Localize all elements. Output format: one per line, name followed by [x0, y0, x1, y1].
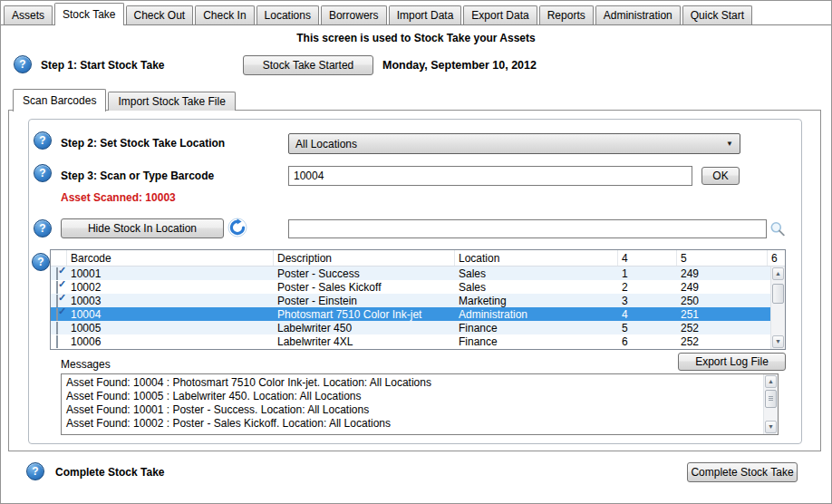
cell-c4: 3 — [618, 295, 677, 307]
scroll-down-icon[interactable]: ▼ — [772, 335, 784, 348]
ok-button[interactable]: OK — [701, 167, 740, 185]
asset-table: Barcode Description Location 4 5 6 ✓ 100… — [50, 249, 786, 350]
scroll-up-icon[interactable]: ▲ — [772, 267, 784, 280]
table-row[interactable]: ✓ 10006 Labelwriter 4XL Finance 6 252 — [51, 334, 770, 348]
stock-take-started-button[interactable]: Stock Take Started — [243, 55, 373, 75]
table-scrollbar[interactable]: ▲ ▼ — [770, 267, 785, 349]
help-icon-table[interactable]: ? — [32, 253, 50, 271]
stock-take-date: Monday, September 10, 2012 — [382, 59, 537, 72]
tab-export-data[interactable]: Export Data — [463, 5, 537, 24]
cell-c5: 252 — [677, 322, 768, 334]
col-5[interactable]: 5 — [677, 250, 768, 266]
cell-c5: 249 — [677, 267, 768, 280]
row-checkbox[interactable]: ✓ — [56, 335, 58, 348]
export-log-file-button[interactable]: Export Log File — [678, 353, 786, 371]
cell-location: Sales — [455, 281, 618, 294]
col-location[interactable]: Location — [455, 250, 618, 266]
tab-quick-start[interactable]: Quick Start — [682, 5, 752, 24]
main-tab-bar: Assets Stock Take Check Out Check In Loc… — [1, 1, 831, 25]
help-icon-step2[interactable]: ? — [34, 131, 52, 150]
tab-locations[interactable]: Locations — [256, 5, 319, 24]
help-icon-filter[interactable]: ? — [34, 219, 52, 237]
cell-barcode: 10005 — [67, 322, 274, 334]
col-barcode[interactable]: Barcode — [67, 250, 274, 266]
cell-barcode: 10003 — [67, 295, 274, 307]
asset-table-header: Barcode Description Location 4 5 6 — [51, 250, 785, 267]
tab-scan-barcodes[interactable]: Scan Barcodes — [13, 89, 106, 111]
step2-label: Step 2: Set Stock Take Location — [61, 137, 225, 150]
step1-label: Step 1: Start Stock Take — [41, 59, 165, 72]
cell-c4: 4 — [618, 308, 677, 321]
row-checkbox[interactable]: ✓ — [56, 281, 58, 294]
row-checkbox[interactable]: ✓ — [56, 308, 58, 321]
tab-check-out[interactable]: Check Out — [126, 5, 194, 24]
messages-listbox: Asset Found: 10004 : Photosmart 7510 Col… — [61, 373, 779, 435]
search-input[interactable] — [288, 219, 767, 238]
screen-description: This screen is used to Stock Take your A… — [1, 32, 831, 44]
row-checkbox[interactable]: ✓ — [56, 322, 58, 334]
cell-description: Photosmart 7510 Color Ink-jet — [274, 308, 455, 321]
help-icon-complete[interactable]: ? — [26, 462, 44, 480]
location-dropdown[interactable]: All Locations ▼ — [288, 133, 740, 154]
scroll-thumb[interactable] — [765, 390, 777, 408]
cell-c5: 252 — [677, 335, 768, 348]
cell-barcode: 10006 — [67, 335, 274, 348]
messages-scrollbar[interactable]: ▲ ▼ — [763, 374, 778, 434]
tab-assets[interactable]: Assets — [4, 5, 53, 24]
col-checkbox — [51, 250, 67, 266]
log-line: Asset Found: 10001 : Poster - Success. L… — [66, 403, 759, 417]
table-row[interactable]: ✓ 10003 Poster - Einstein Marketing 3 25… — [51, 294, 770, 307]
cell-barcode: 10004 — [67, 308, 274, 321]
app-window: Assets Stock Take Check Out Check In Loc… — [0, 0, 832, 504]
asset-scanned-message: Asset Scanned: 10003 — [61, 191, 176, 204]
tab-administration[interactable]: Administration — [595, 5, 681, 24]
complete-stock-take-label: Complete Stock Take — [55, 466, 164, 479]
inner-tab-bar: Scan Barcodes Import Stock Take File — [13, 88, 237, 111]
tab-stock-take[interactable]: Stock Take — [54, 3, 123, 25]
cell-location: Sales — [455, 267, 618, 280]
log-line: Asset Found: 10004 : Photosmart 7510 Col… — [66, 376, 759, 390]
cell-location: Marketing — [455, 295, 618, 307]
messages-label: Messages — [61, 358, 111, 371]
scroll-up-icon[interactable]: ▲ — [765, 375, 777, 388]
barcode-input[interactable]: 10004 — [288, 166, 692, 186]
help-icon-step3[interactable]: ? — [34, 164, 52, 182]
help-icon-step1[interactable]: ? — [14, 55, 32, 73]
table-row[interactable]: ✓ 10001 Poster - Success Sales 1 249 — [51, 267, 770, 280]
table-row-selected[interactable]: ✓ 10004 Photosmart 7510 Color Ink-jet Ad… — [51, 307, 770, 321]
refresh-icon[interactable] — [227, 218, 247, 237]
cell-description: Labelwriter 450 — [274, 322, 455, 334]
col-description[interactable]: Description — [274, 250, 455, 266]
scroll-down-icon[interactable]: ▼ — [765, 421, 777, 433]
cell-c5: 251 — [677, 308, 768, 321]
row-checkbox[interactable]: ✓ — [56, 267, 58, 280]
cell-location: Administration — [455, 308, 618, 321]
tab-borrowers[interactable]: Borrowers — [321, 5, 387, 24]
cell-c4: 2 — [618, 281, 677, 294]
step3-label: Step 3: Scan or Type Barcode — [61, 170, 214, 182]
col-6[interactable]: 6 — [768, 250, 785, 266]
chevron-down-icon: ▼ — [726, 140, 733, 148]
cell-barcode: 10001 — [67, 267, 274, 280]
cell-c4: 6 — [618, 335, 677, 348]
row-checkbox[interactable]: ✓ — [56, 295, 58, 307]
log-line: Asset Found: 10002 : Poster - Sales Kick… — [66, 417, 759, 431]
asset-table-body: ✓ 10001 Poster - Success Sales 1 249 ✓ 1… — [51, 267, 770, 349]
cell-c4: 5 — [618, 322, 677, 334]
complete-stock-take-button[interactable]: Complete Stock Take — [687, 462, 798, 482]
tab-import-data[interactable]: Import Data — [389, 5, 462, 24]
cell-description: Poster - Sales Kickoff — [274, 281, 455, 294]
scroll-thumb[interactable] — [772, 284, 784, 304]
cell-location: Finance — [455, 322, 618, 334]
cell-description: Poster - Einstein — [274, 295, 455, 307]
tab-check-in[interactable]: Check In — [195, 5, 254, 24]
cell-description: Labelwriter 4XL — [274, 335, 455, 348]
tab-reports[interactable]: Reports — [539, 5, 594, 24]
table-row[interactable]: ✓ 10005 Labelwriter 450 Finance 5 252 — [51, 321, 770, 334]
tab-import-stock-take-file[interactable]: Import Stock Take File — [108, 92, 236, 111]
col-4[interactable]: 4 — [618, 250, 677, 266]
hide-stock-in-location-button[interactable]: Hide Stock In Location — [61, 218, 224, 238]
search-icon[interactable] — [769, 220, 787, 238]
log-line: Asset Found: 10005 : Labelwriter 450. Lo… — [66, 390, 759, 403]
table-row[interactable]: ✓ 10002 Poster - Sales Kickoff Sales 2 2… — [51, 280, 770, 294]
